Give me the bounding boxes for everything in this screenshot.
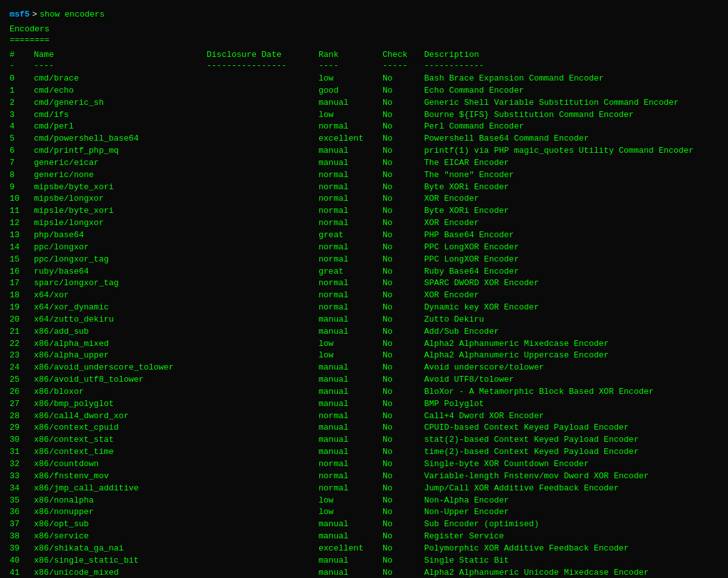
cell-num: 1 xyxy=(10,85,34,97)
table-row: 34 x86/jmp_call_additive normal No Jump/… xyxy=(10,483,718,495)
cell-desc: Byte XORi Encoder xyxy=(424,182,718,194)
cell-name: cmd/echo xyxy=(34,85,207,97)
cell-name: mipsbe/byte_xori xyxy=(34,182,207,194)
cell-desc: CPUID-based Context Keyed Payload Encode… xyxy=(424,422,718,434)
cell-date xyxy=(207,266,319,278)
cell-name: cmd/printf_php_mq xyxy=(34,145,207,157)
cell-desc: PHP Base64 Encoder xyxy=(424,230,718,242)
cell-date xyxy=(207,567,319,578)
cell-rank: manual xyxy=(319,157,383,169)
cell-name: cmd/brace xyxy=(34,73,207,85)
cell-desc: Zutto Dekiru xyxy=(424,314,718,326)
cell-num: 34 xyxy=(10,483,34,495)
cell-rank: normal xyxy=(319,458,383,471)
header-num: # xyxy=(10,50,34,59)
table-row: 3 cmd/ifs low No Bourne ${IFS} Substitut… xyxy=(10,109,718,121)
cell-check: No xyxy=(383,290,424,302)
header-check: Check xyxy=(383,50,424,59)
table-row: 0 cmd/brace low No Bash Brace Expansion … xyxy=(10,73,718,85)
cell-desc: Dynamic key XOR Encoder xyxy=(424,302,718,314)
cell-rank: excellent xyxy=(319,133,383,145)
cell-desc: Avoid underscore/tolower xyxy=(424,362,718,374)
cell-num: 33 xyxy=(10,471,34,483)
cell-rank: normal xyxy=(319,302,383,314)
cell-desc: Ruby Base64 Encoder xyxy=(424,266,718,278)
cell-date xyxy=(207,97,319,109)
cell-rank: normal xyxy=(319,193,383,205)
cell-check: No xyxy=(383,157,424,169)
cell-rank: normal xyxy=(319,410,383,423)
cell-check: No xyxy=(383,314,424,326)
cell-desc: Alpha2 Alphanumeric Mixedcase Encoder xyxy=(424,338,718,350)
cell-rank: manual xyxy=(319,326,383,338)
cell-rank: low xyxy=(319,350,383,362)
cell-name: ppc/longxor_tag xyxy=(34,254,207,266)
cell-num: 3 xyxy=(10,109,34,121)
cell-num: 15 xyxy=(10,254,34,266)
cell-desc: XOR Encoder xyxy=(424,217,718,230)
cell-desc: Alpha2 Alphanumeric Unicode Mixedcase En… xyxy=(424,567,718,578)
cell-check: No xyxy=(383,362,424,374)
cell-date xyxy=(207,338,319,350)
cell-name: x86/opt_sub xyxy=(34,519,207,531)
table-row: 24 x86/avoid_underscore_tolower manual N… xyxy=(10,362,718,374)
cell-name: x86/alpha_mixed xyxy=(34,338,207,350)
cell-date xyxy=(207,302,319,314)
cell-num: 20 xyxy=(10,314,34,326)
cell-name: x86/fnstenv_mov xyxy=(34,471,207,483)
cell-date xyxy=(207,242,319,254)
cell-name: x86/context_time xyxy=(34,446,207,458)
cell-num: 18 xyxy=(10,290,34,302)
cell-check: No xyxy=(383,217,424,230)
cell-num: 23 xyxy=(10,350,34,362)
cell-name: x86/shikata_ga_nai xyxy=(34,543,207,555)
cell-num: 6 xyxy=(10,145,34,157)
cell-check: No xyxy=(383,471,424,483)
cell-check: No xyxy=(383,350,424,362)
table-row: 2 cmd/generic_sh manual No Generic Shell… xyxy=(10,97,718,109)
cell-desc: Single-byte XOR Countdown Encoder xyxy=(424,458,718,471)
cell-date xyxy=(207,230,319,242)
cell-check: No xyxy=(383,422,424,434)
cell-num: 4 xyxy=(10,121,34,133)
cell-name: x64/xor_dynamic xyxy=(34,302,207,314)
cell-rank: manual xyxy=(319,422,383,434)
cell-rank: manual xyxy=(319,519,383,531)
table-row: 13 php/base64 great No PHP Base64 Encode… xyxy=(10,230,718,242)
cell-name: mipsbe/longxor xyxy=(34,193,207,205)
cell-rank: normal xyxy=(319,169,383,182)
cell-name: generic/eicar xyxy=(34,157,207,169)
cell-num: 2 xyxy=(10,97,34,109)
table-row: 38 x86/service manual No Register Servic… xyxy=(10,531,718,543)
cell-num: 7 xyxy=(10,157,34,169)
cell-desc: Polymorphic XOR Additive Feedback Encode… xyxy=(424,543,718,555)
cell-num: 24 xyxy=(10,362,34,374)
cell-date xyxy=(207,374,319,386)
cell-rank: low xyxy=(319,495,383,507)
table-row: 12 mipsle/longxor normal No XOR Encoder xyxy=(10,217,718,230)
table-row: 35 x86/nonalpha low No Non-Alpha Encoder xyxy=(10,495,718,507)
table-row: 29 x86/context_cpuid manual No CPUID-bas… xyxy=(10,422,718,434)
cell-num: 36 xyxy=(10,506,34,519)
cell-name: x86/add_sub xyxy=(34,326,207,338)
cell-rank: excellent xyxy=(319,543,383,555)
cell-name: x86/avoid_underscore_tolower xyxy=(34,362,207,374)
cell-name: x64/zutto_dekiru xyxy=(34,314,207,326)
cell-name: x86/context_cpuid xyxy=(34,422,207,434)
cell-rank: manual xyxy=(319,555,383,567)
cell-num: 32 xyxy=(10,458,34,471)
cell-num: 9 xyxy=(10,182,34,194)
cell-date xyxy=(207,314,319,326)
cell-name: x86/unicode_mixed xyxy=(34,567,207,578)
cell-date xyxy=(207,555,319,567)
table-row: 9 mipsbe/byte_xori normal No Byte XORi E… xyxy=(10,182,718,194)
table-row: 23 x86/alpha_upper low No Alpha2 Alphanu… xyxy=(10,350,718,362)
table-header: # Name Disclosure Date Rank Check Descri… xyxy=(10,50,718,59)
table-row: 14 ppc/longxor normal No PPC LongXOR Enc… xyxy=(10,242,718,254)
cell-desc: Bash Brace Expansion Command Encoder xyxy=(424,73,718,85)
encoders-table: # Name Disclosure Date Rank Check Descri… xyxy=(10,50,718,578)
cell-name: x86/context_stat xyxy=(34,434,207,446)
cell-name: ppc/longxor xyxy=(34,242,207,254)
cell-date xyxy=(207,205,319,217)
cell-date xyxy=(207,169,319,182)
